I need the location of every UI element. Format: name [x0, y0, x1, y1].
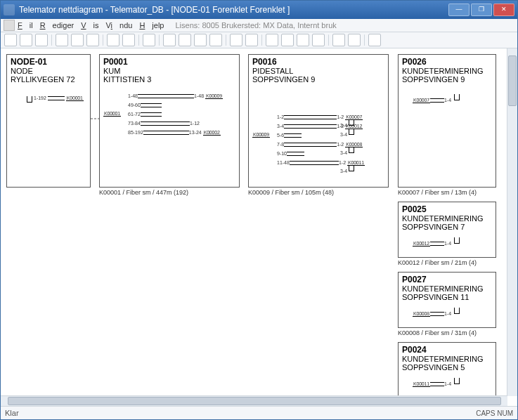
- cable-caption: K00012 / Fiber sm / 21m (4): [398, 259, 477, 266]
- tool-zoom-fit-icon[interactable]: [194, 34, 207, 46]
- terminator-icon: [454, 378, 460, 384]
- node-p0024[interactable]: P0024 KUNDETERMINERING SOPPSVINGEN 5 K00…: [398, 342, 496, 396]
- node-p0016[interactable]: P0016 PIDESTALL SOPPSVINGEN 9 K00009 1-2…: [248, 54, 389, 188]
- node-id: P0024: [402, 345, 492, 355]
- terminator-icon: [349, 165, 354, 171]
- tool-15-icon[interactable]: [312, 34, 325, 46]
- fiber-range: 73-84: [128, 121, 141, 126]
- terminator-icon: [349, 147, 354, 153]
- cable-label: K00009: [252, 132, 270, 138]
- tool-zoom-out-icon[interactable]: [179, 34, 191, 46]
- tool-10-icon[interactable]: [230, 34, 242, 46]
- fiber-range: 3-4: [340, 132, 347, 137]
- cable-caption: K00008 / Fiber sm / 31m (4): [398, 329, 477, 336]
- terminator-icon: [349, 129, 354, 135]
- tool-12-icon[interactable]: [266, 34, 278, 46]
- menu-fil[interactable]: FFilil: [18, 21, 33, 29]
- titlebar[interactable]: Telemator nettdiagram - Telemator_DB - […: [1, 1, 517, 19]
- maximize-button[interactable]: ❐: [471, 4, 492, 16]
- tool-sep: [226, 34, 226, 46]
- cable-label: K00001: [66, 96, 84, 101]
- fiber-range: 13-24: [189, 130, 202, 135]
- vertical-scrollbar[interactable]: [507, 48, 517, 396]
- tool-sep: [159, 34, 160, 46]
- node-p0025[interactable]: P0025 KUNDETERMINERING SOPPSVINGEN 7 K00…: [398, 202, 496, 258]
- fiber-range: 1-192: [34, 96, 46, 100]
- node-p0026[interactable]: P0026 KUNDETERMINERING SOPPSVINGEN 9 K00…: [398, 54, 496, 188]
- fiber-range: 1-4: [444, 381, 451, 386]
- node-addr: KITTISTIEN 3: [103, 75, 235, 84]
- fiber-range: 1-12: [190, 121, 200, 126]
- fiber-range: 3-4: [277, 124, 284, 129]
- horizontal-scrollbar[interactable]: [1, 395, 507, 406]
- fiber-range: 61-72: [128, 112, 141, 117]
- node-id: P0027: [402, 275, 492, 284]
- node-type: PIDESTALL: [252, 67, 384, 75]
- tool-sep: [138, 34, 139, 46]
- fiber-range: 1-48: [128, 93, 138, 98]
- node-type: NODE: [11, 67, 86, 75]
- tool-18-icon[interactable]: [368, 34, 381, 46]
- fiber-range: 1-4: [444, 98, 451, 103]
- node-addr: SOPPSVINGEN 7: [402, 223, 492, 231]
- tool-08-icon[interactable]: [122, 34, 135, 46]
- tool-04-icon[interactable]: [56, 34, 68, 46]
- menu-vindu[interactable]: Vindu: [105, 21, 132, 29]
- node-type: KUM: [103, 67, 235, 75]
- minimize-button[interactable]: —: [448, 4, 470, 16]
- fiber-range: 1-2: [339, 160, 346, 165]
- cable-label: K00001: [103, 111, 121, 117]
- node-type: KUNDETERMINERING: [402, 67, 492, 75]
- fiber-range: 1-2: [337, 114, 344, 119]
- cable-caption: K00001 / Fiber sm / 447m (192): [99, 189, 188, 196]
- statusbar: Klar CAPS NUM: [1, 406, 517, 419]
- fiber-range: 5-6: [277, 133, 284, 138]
- tool-13-icon[interactable]: [281, 34, 294, 46]
- window-title: Telemator nettdiagram - Telemator_DB - […: [19, 5, 290, 15]
- license-text: Lisens: 8005 Brukersted: MX Data, Intern…: [175, 21, 336, 29]
- tool-sep: [328, 34, 329, 46]
- menu-hjelp[interactable]: Hjelp: [139, 21, 164, 29]
- tool-home-icon[interactable]: [143, 34, 155, 46]
- tool-11-icon[interactable]: [245, 34, 258, 46]
- tool-03-icon[interactable]: [35, 34, 48, 46]
- fiber-range: 85-192: [128, 130, 143, 135]
- cable-label: K00002: [203, 130, 221, 136]
- fiber-range: 9-10: [277, 151, 287, 156]
- tool-07-icon[interactable]: [107, 34, 119, 46]
- tool-05-icon[interactable]: [71, 34, 84, 46]
- tool-06-icon[interactable]: [86, 34, 99, 46]
- menu-rediger[interactable]: Rediger: [40, 21, 75, 29]
- node-p0001[interactable]: P0001 KUM KITTISTIEN 3 K00001 1-481-48 K…: [99, 54, 240, 188]
- node-addr: SOPPSVINGEN 9: [402, 75, 492, 84]
- tool-17-icon[interactable]: [348, 34, 361, 46]
- tool-sep: [51, 34, 52, 46]
- tool-02-icon[interactable]: [20, 34, 32, 46]
- tool-zoom-in-icon[interactable]: [163, 34, 176, 46]
- diagram-canvas[interactable]: NODE-01 NODE RYLLIKVEGEN 72 1-192 K00001…: [1, 48, 507, 396]
- toolbar: [1, 32, 517, 48]
- tool-01-icon[interactable]: [4, 34, 17, 46]
- node-id: P0016: [252, 57, 384, 67]
- menu-vis[interactable]: Vis: [81, 21, 98, 29]
- terminator-icon: [27, 96, 32, 103]
- tool-14-icon[interactable]: [297, 34, 309, 46]
- close-button[interactable]: ✕: [493, 4, 514, 16]
- fiber-range: 1-2: [277, 114, 284, 119]
- fiber-range: 1-2: [337, 142, 344, 147]
- tool-zoom-1-icon[interactable]: [209, 34, 222, 46]
- cable-label: K00011: [413, 381, 430, 387]
- tool-sep: [103, 34, 103, 46]
- fiber-range: 3-4: [340, 150, 347, 155]
- tool-16-icon[interactable]: [332, 34, 345, 46]
- scroll-thumb[interactable]: [508, 55, 517, 106]
- node-node01[interactable]: NODE-01 NODE RYLLIKVEGEN 72 1-192 K00001: [6, 54, 91, 188]
- node-addr: SOPPSVINGEN 9: [252, 75, 384, 84]
- node-p0027[interactable]: P0027 KUNDETERMINERING SOPPSVINGEN 11 K0…: [398, 272, 496, 328]
- status-right: CAPS NUM: [476, 409, 513, 417]
- cable-caption: K00009 / Fiber sm / 105m (48): [248, 189, 334, 196]
- node-id: P0026: [402, 57, 492, 67]
- fiber-range: 1-48: [194, 93, 204, 98]
- app-icon: [4, 4, 15, 15]
- scroll-thumb[interactable]: [8, 397, 501, 405]
